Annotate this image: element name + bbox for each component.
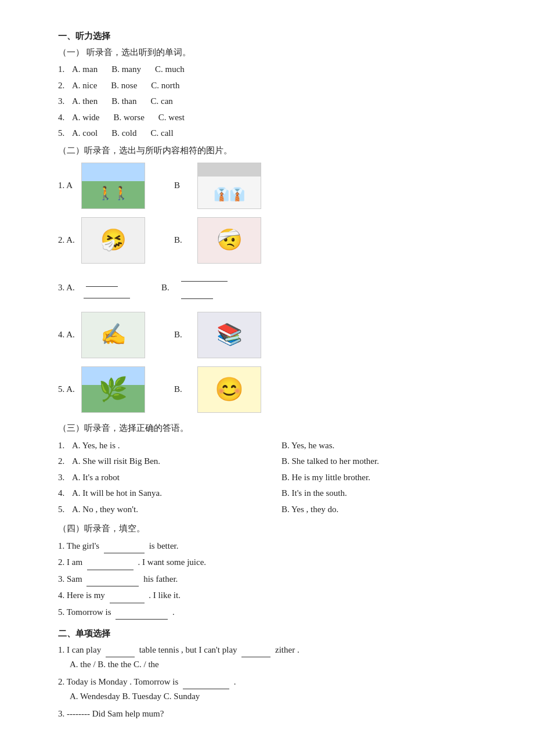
part4-question-5: 5. Tomorrow is . [58,605,488,620]
option-c: C. can [151,94,173,109]
q-num: 3. -------- Did Sam help mum? [58,709,164,718]
q-num: 4. [58,486,68,501]
row3-a-blank2[interactable] [84,289,130,298]
mid-text: table tennis , but I can't play [139,645,237,654]
part3-subtitle: （三）听录音，选择正确的答语。 [58,421,488,436]
q-text-after: . [172,607,175,617]
img-row2-b: B. [174,233,192,248]
image-row-4: 4. A. B. [58,312,488,358]
img-row5-b: B. [174,382,192,397]
option-b: B. many [111,62,141,77]
part3-question-1: 1. A. Yes, he is . B. Yes, he was. [58,438,488,453]
part4-subtitle: （四）听录音，填空。 [58,521,488,537]
option-c: C. west [158,110,185,125]
part1-question-1: 1. A. man B. many C. much [58,62,488,77]
option-b: B. Yes, he was. [282,438,488,453]
q-num: 5. Tomorrow is [58,607,111,617]
option-a: A. Yes, he is . [72,438,278,453]
part2-image-section: 1. A B 2. A. B. 3. A. B. [58,163,488,413]
option-b: B. nose [111,78,137,93]
option-a: A. then [72,94,98,109]
part4-question-4: 4. Here is my . I like it. [58,588,488,603]
q-num: 3. [58,94,68,109]
q-text-row: 2. Today is Monday . Tomorrow is . [58,675,488,690]
row3-a-blank1[interactable] [86,278,118,287]
img-2b [197,217,261,264]
single-question-3: 3. -------- Did Sam help mum? [58,707,488,722]
blank-2[interactable] [87,561,134,570]
q-text-after: his father. [143,574,178,584]
image-row-5: 5. A. B. [58,366,488,413]
blank-5[interactable] [116,610,168,620]
q-text-after: . I like it. [149,591,181,600]
img-row1-b: B [174,178,192,193]
option-a: A. nice [72,78,97,93]
img-row3-b: B. [161,280,173,296]
q-num: 1. I can play [58,645,101,654]
part2-subtitle: （二）听录音，选出与所听内容相符的图片。 [58,143,488,159]
option-a: A. No , they won't. [72,502,278,517]
row3-b-blank2[interactable] [181,290,213,299]
part3-question-3: 3. A. It's a robot B. He is my little br… [58,470,488,485]
img-5a [81,366,145,413]
option-b: B. cold [111,126,136,141]
img-4b [197,312,261,358]
q-num: 5. [58,126,68,141]
option-a: A. wide [72,110,100,125]
q-num: 4. Here is my [58,591,105,600]
part3-question-2: 2. A. She will risit Big Ben. B. She tal… [58,454,488,469]
img-5b [197,366,261,413]
option-a: A. man [72,62,98,77]
q-num: 1. [58,438,68,453]
img-2a [81,217,145,264]
option-b: B. than [111,94,136,109]
blank-1[interactable] [104,544,145,553]
blank-2-3[interactable] [183,680,229,689]
part3-question-4: 4. A. It will be hot in Sanya. B. It's i… [58,486,488,501]
section-two-title: 二、单项选择 [58,627,488,642]
row3-b-blank1[interactable] [181,272,228,282]
img-row4-num: 4. A. [58,327,75,343]
img-4a [81,312,145,358]
q-text-after: . I want some juice. [138,557,206,567]
image-row-3: 3. A. B. [58,272,488,304]
option-b: B. It's in the south. [282,486,488,501]
part2-single-questions: 1. I can play table tennis , but I can't… [58,643,488,722]
option-b: B. She talked to her mother. [282,454,488,469]
option-a: A. It's a robot [72,470,278,485]
img-row1-num: 1. A [58,178,75,193]
image-row-1: 1. A B [58,163,488,209]
img-row5-num: 5. A. [58,382,75,397]
options-row: A. the / B. the the C. / the [70,657,488,672]
q-num: 2. [58,78,68,93]
blank-3[interactable] [86,577,139,586]
part3-questions: 1. A. Yes, he is . B. Yes, he was. 2. A.… [58,438,488,517]
img-row4-b: B. [174,327,192,343]
q-text-after: is better. [149,541,179,550]
img-1b [197,163,261,209]
option-c: C. much [155,62,185,77]
section-one-title: 一、听力选择 [58,29,488,44]
img-1a [81,163,145,209]
q-num: 2. [58,454,68,469]
part1-questions: 1. A. man B. many C. much 2. A. nice B. … [58,62,488,141]
blank-2-2[interactable] [241,648,270,657]
q-num: 2. Today is Monday . Tomorrow is [58,677,178,686]
end-text: zither . [275,645,300,654]
part1-question-5: 5. A. cool B. cold C. call [58,126,488,141]
single-question-1: 1. I can play table tennis , but I can't… [58,643,488,672]
q-num: 4. [58,110,68,125]
part1-question-4: 4. A. wide B. worse C. west [58,110,488,125]
options-row: A. Wendesday B. Tuesday C. Sunday [70,689,488,704]
option-c: C. call [151,126,174,141]
part4-questions: 1. The girl's is better. 2. I am . I wan… [58,539,488,620]
blank-4[interactable] [110,594,145,603]
option-a: A. It will be hot in Sanya. [72,486,278,501]
q-num: 5. [58,502,68,517]
q-num: 2. I am [58,557,82,567]
part1-subtitle: （一） 听录音，选出听到的单词。 [58,45,488,60]
option-a: A. She will risit Big Ben. [72,454,278,469]
q-num: 3. [58,470,68,485]
blank-2-1[interactable] [106,648,135,657]
option-b: B. He is my little brother. [282,470,488,485]
